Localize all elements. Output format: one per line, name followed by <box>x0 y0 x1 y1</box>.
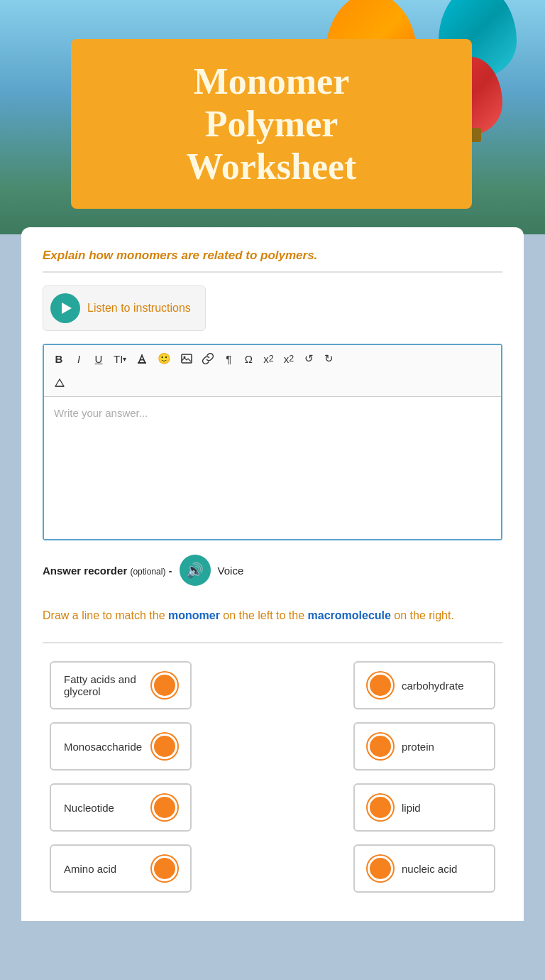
listen-button[interactable]: Listen to instructions <box>43 285 206 331</box>
toolbar-bold[interactable]: B <box>50 349 68 368</box>
recorder-row: Answer recorder (optional) - 🔊 Voice <box>43 555 502 586</box>
matching-row-4: Amino acid nucleic acid <box>50 844 495 893</box>
voice-button[interactable]: 🔊 <box>180 555 211 586</box>
left-item-1-text: Fatty acids and glycerol <box>64 673 152 697</box>
right-dot-2[interactable] <box>368 734 393 759</box>
toolbar-subscript[interactable]: x2 <box>259 349 277 368</box>
question1-text: Explain how monomers are related to poly… <box>43 249 502 263</box>
left-item-4-text: Amino acid <box>64 863 152 875</box>
title-box: Monomer Polymer Worksheet <box>71 39 472 209</box>
toolbar-paragraph[interactable]: ¶ <box>219 349 238 368</box>
left-dot-2[interactable] <box>152 734 177 759</box>
toolbar-omega[interactable]: Ω <box>239 349 258 368</box>
editor-container: B I U TI▾ 🙂 ¶ Ω x2 x2 ↺ ↻ <box>43 344 502 540</box>
right-item-1[interactable]: carbohydrate <box>353 661 495 709</box>
main-card: Explain how monomers are related to poly… <box>21 227 524 921</box>
listen-label: Listen to instructions <box>87 302 191 315</box>
toolbar-emoji[interactable]: 🙂 <box>153 349 175 368</box>
left-item-2[interactable]: Monosaccharide <box>50 722 192 771</box>
right-dot-4[interactable] <box>368 856 393 881</box>
toolbar-link[interactable] <box>198 349 218 368</box>
toolbar-erase[interactable] <box>50 374 70 392</box>
matching-row-3: Nucleotide lipid <box>50 783 495 832</box>
toolbar-superscript[interactable]: x2 <box>280 349 298 368</box>
right-item-3-text: lipid <box>402 802 481 814</box>
question1-divider <box>43 271 502 273</box>
toolbar-undo[interactable]: ↺ <box>299 349 318 368</box>
left-dot-4[interactable] <box>152 856 177 881</box>
monomer-highlight: monomer <box>168 609 220 621</box>
left-item-2-text: Monosaccharide <box>64 741 152 753</box>
right-dot-3[interactable] <box>368 795 393 820</box>
left-item-3-text: Nucleotide <box>64 802 152 814</box>
right-item-2-text: protein <box>402 741 481 753</box>
right-item-4-text: nucleic acid <box>402 863 481 875</box>
hero-section: Monomer Polymer Worksheet <box>0 0 545 234</box>
editor-placeholder: Write your answer... <box>54 407 148 419</box>
left-item-4[interactable]: Amino acid <box>50 844 192 893</box>
toolbar-image[interactable] <box>177 349 197 368</box>
matching-row-2: Monosaccharide protein <box>50 722 495 771</box>
speaker-icon: 🔊 <box>186 562 204 579</box>
left-item-3[interactable]: Nucleotide <box>50 783 192 832</box>
play-circle <box>50 293 80 323</box>
right-dot-1[interactable] <box>368 673 393 698</box>
page-title: Monomer Polymer Worksheet <box>99 60 444 187</box>
matching-row-1: Fatty acids and glycerol carbohydrate <box>50 661 495 709</box>
right-item-1-text: carbohydrate <box>402 680 481 692</box>
question2-divider <box>43 642 502 643</box>
recorder-label: Answer recorder (optional) - <box>43 565 172 577</box>
editor-toolbar: B I U TI▾ 🙂 ¶ Ω x2 x2 ↺ ↻ <box>44 345 501 397</box>
svg-rect-0 <box>182 354 192 363</box>
question2-text: Draw a line to match the monomer on the … <box>43 607 502 624</box>
toolbar-redo[interactable]: ↻ <box>319 349 338 368</box>
matching-container: Fatty acids and glycerol carbohydrate Mo… <box>43 661 502 893</box>
toolbar-underline[interactable]: U <box>89 349 108 368</box>
left-dot-1[interactable] <box>152 673 177 698</box>
right-item-4[interactable]: nucleic acid <box>353 844 495 893</box>
editor-body[interactable]: Write your answer... <box>44 397 501 539</box>
toolbar-color[interactable] <box>132 349 152 368</box>
voice-label: Voice <box>218 565 244 577</box>
right-item-2[interactable]: protein <box>353 722 495 771</box>
toolbar-fontsize[interactable]: TI▾ <box>109 349 131 368</box>
left-dot-3[interactable] <box>152 795 177 820</box>
right-item-3[interactable]: lipid <box>353 783 495 832</box>
play-icon <box>62 303 72 314</box>
toolbar-italic[interactable]: I <box>70 349 88 368</box>
macro-highlight: macromolecule <box>308 609 391 621</box>
left-item-1[interactable]: Fatty acids and glycerol <box>50 661 192 709</box>
